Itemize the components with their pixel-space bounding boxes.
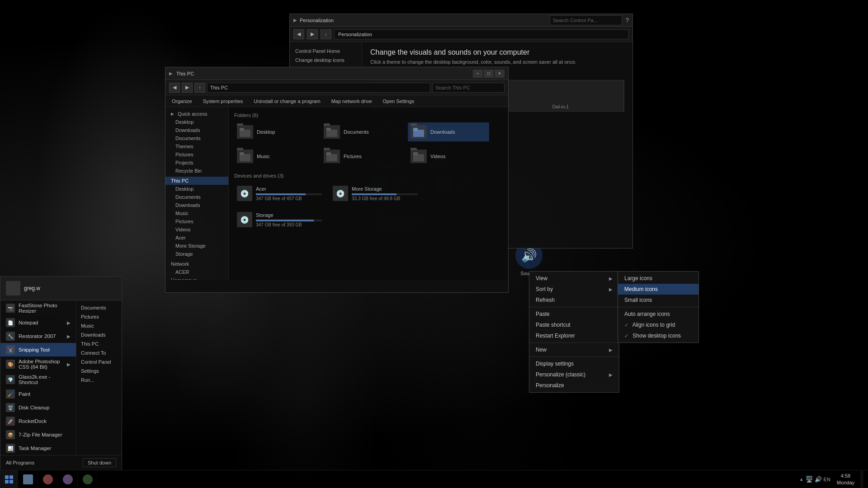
drive-acer[interactable]: 💿 Acer 347 GB free of 457 GB [234,183,325,204]
vsm-medium-icons[interactable]: Medium icons [618,284,698,295]
explorer-forward-btn[interactable]: ▶ [182,83,193,93]
sidebar-this-pc-documents[interactable]: Documents [165,193,228,201]
vsm-auto-arrange[interactable]: Auto arrange icons [618,309,698,319]
vsm-small-icons[interactable]: Small icons [618,295,698,305]
sidebar-quick-access[interactable]: ▶ Quick access [165,110,228,118]
taskbar-start-button[interactable] [0,470,18,488]
ctx-personalize-classic[interactable]: Personalize (classic) ▶ [529,369,619,380]
taskbar-clock[interactable]: 4:58 Monday [833,473,858,486]
start-item-glass2k[interactable]: 💎 Glass2k.exe - Shortcut [0,372,76,387]
folder-pictures[interactable]: Pictures [321,147,402,166]
explorer-maximize-btn[interactable]: □ [484,70,494,78]
cp-address-bar[interactable]: Personalization [334,29,629,39]
sidebar-network[interactable]: Network [165,260,228,268]
theme-preview-owl[interactable]: Owl-in-1 [497,80,624,111]
start-right-run[interactable]: Run... [76,375,122,385]
cp-back-btn[interactable]: ◀ [293,29,304,39]
sidebar-this-pc-videos[interactable]: Videos [165,225,228,234]
sidebar-homegroup[interactable]: Homegroup [165,276,228,280]
ctx-personalize[interactable]: Personalize [529,380,619,391]
sidebar-this-pc-pictures[interactable]: Pictures [165,217,228,225]
sidebar-this-pc-storage[interactable]: Storage [165,250,228,258]
cp-sidebar-home[interactable]: Control Panel Home [290,47,362,56]
sidebar-this-pc-acer[interactable]: Acer [165,234,228,242]
start-item-snipping[interactable]: ✂️ Snipping Tool [0,343,76,357]
tray-expand[interactable]: ▲ [799,477,804,482]
vsm-align-to-grid[interactable]: ✓ Align icons to grid [618,319,698,330]
cp-forward-btn[interactable]: ▶ [307,29,318,39]
sidebar-documents[interactable]: Documents [165,134,228,142]
start-right-control-panel[interactable]: Control Panel [76,357,122,366]
sidebar-this-pc-more-storage[interactable]: More Storage [165,242,228,250]
explorer-menu-organize[interactable]: Organize [169,98,195,105]
folder-documents[interactable]: Documents [321,122,402,141]
drive-more-storage[interactable]: 💿 More Storage 33.3 GB free of 48.8 GB [330,183,420,204]
ctx-restart-explorer[interactable]: Restart Explorer [529,330,619,341]
ctx-display-settings[interactable]: Display settings [529,358,619,369]
taskbar-item-explorer[interactable] [18,470,38,488]
shutdown-btn[interactable]: Shut down [83,458,116,467]
all-programs-btn[interactable]: All Programs [6,460,34,465]
sidebar-this-pc-music[interactable]: Music [165,209,228,217]
taskbar-item-app2[interactable] [58,470,78,488]
start-item-task-manager[interactable]: 📊 Task Manager [0,441,76,455]
start-item-7zip[interactable]: 📦 7-Zip File Manager [0,428,76,441]
folder-music[interactable]: Music [234,147,316,166]
ctx-new[interactable]: New ▶ [529,344,619,355]
start-right-music[interactable]: Music [76,321,122,330]
sidebar-downloads[interactable]: Downloads [165,126,228,134]
ctx-paste-shortcut[interactable]: Paste shortcut [529,319,619,330]
sidebar-recycle-bin[interactable]: Recycle Bin [165,167,228,175]
explorer-menu-sys-props[interactable]: System properties [200,98,246,105]
folder-downloads[interactable]: Downloads [408,122,489,141]
explorer-search-box[interactable]: Search This PC [432,83,505,93]
vsm-show-desktop-icons[interactable]: ✓ Show desktop icons [618,330,698,341]
folder-desktop[interactable]: Desktop [234,122,316,141]
sidebar-this-pc[interactable]: This PC [165,177,228,185]
start-item-paint[interactable]: 🖌️ Paint [0,387,76,401]
cp-help-icon[interactable]: ? [626,17,629,23]
taskbar-item-app1[interactable] [38,470,58,488]
tray-volume-icon[interactable]: 🔊 [815,476,822,483]
cp-sidebar-desktop-icons[interactable]: Change desktop icons [290,56,362,65]
explorer-close-btn[interactable]: × [495,70,505,78]
ctx-sort-by[interactable]: Sort by ▶ [529,284,619,295]
sidebar-pictures[interactable]: Pictures [165,150,228,159]
cp-up-btn[interactable]: ↑ [321,29,331,39]
show-desktop-btn[interactable] [861,471,863,488]
start-item-disk-cleanup[interactable]: 🗑️ Disk Cleanup [0,401,76,414]
sidebar-desktop[interactable]: Desktop [165,118,228,126]
sidebar-themes[interactable]: Themes [165,142,228,150]
cp-breadcrumb: Personalization [300,18,334,23]
start-item-rocketdock[interactable]: 🚀 RocketDock [0,414,76,428]
ctx-view[interactable]: View ▶ [529,273,619,284]
start-right-documents[interactable]: Documents [76,303,122,312]
vsm-large-icons[interactable]: Large icons [618,273,698,284]
start-item-notepad[interactable]: 📄 Notepad ▶ [0,316,76,329]
explorer-address-bar[interactable]: This PC [207,83,430,93]
drive-storage[interactable]: 💿 Storage 347 GB free of 393 GB [234,209,325,230]
explorer-menu-open-settings[interactable]: Open Settings [380,98,417,105]
sidebar-projects[interactable]: Projects [165,159,228,167]
sidebar-this-pc-downloads[interactable]: Downloads [165,201,228,209]
ctx-refresh[interactable]: Refresh [529,295,619,305]
start-right-downloads[interactable]: Downloads [76,330,122,339]
start-item-restorator[interactable]: 🔧 Restorator 2007 ▶ [0,329,76,343]
taskbar-item-app3[interactable] [78,470,98,488]
start-item-photoshop[interactable]: 🎨 Adobe Photoshop CSS (64 Bit) ▶ [0,357,76,372]
sidebar-this-pc-desktop[interactable]: Desktop [165,185,228,193]
folder-videos[interactable]: Videos [408,147,489,166]
explorer-menu-map-drive[interactable]: Map network drive [329,98,375,105]
explorer-back-btn[interactable]: ◀ [169,83,180,93]
start-right-pictures[interactable]: Pictures [76,312,122,321]
ctx-paste[interactable]: Paste [529,309,619,319]
sidebar-network-acer[interactable]: ACER [165,268,228,276]
cp-search-box[interactable]: Search Control Pa... [550,15,622,25]
start-right-settings[interactable]: Settings [76,366,122,375]
explorer-menu-uninstall[interactable]: Uninstall or change a program [251,98,323,105]
start-right-this-pc[interactable]: This PC [76,339,122,348]
start-right-connect-to[interactable]: Connect To [76,348,122,357]
explorer-up-btn[interactable]: ↑ [194,83,205,93]
explorer-minimize-btn[interactable]: − [473,70,483,78]
start-item-faststone[interactable]: 📷 FastStone Photo Resizer [0,300,76,316]
